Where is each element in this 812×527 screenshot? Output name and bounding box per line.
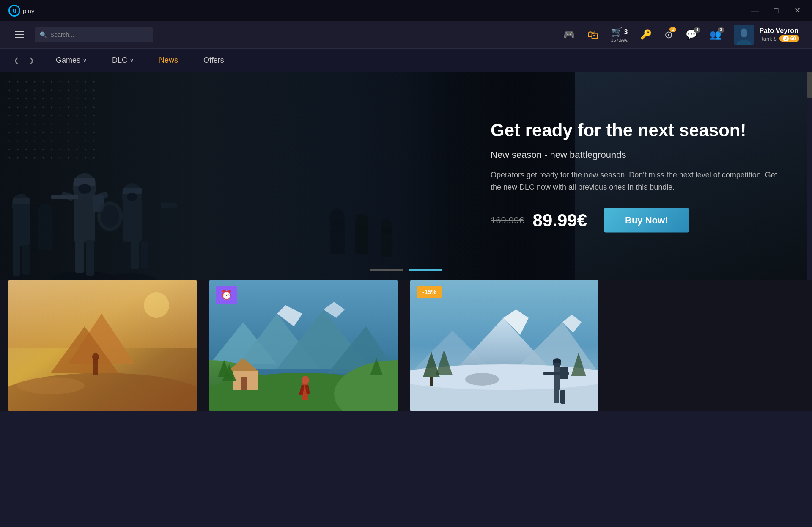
- banner-dots: [370, 269, 442, 271]
- user-rank-row: Rank 8 U 60: [759, 35, 799, 42]
- app-name: play: [23, 7, 35, 14]
- svg-rect-43: [0, 72, 575, 280]
- svg-rect-89: [430, 377, 433, 386]
- friends-button[interactable]: 👥 8: [710, 29, 721, 40]
- avatar: [734, 25, 754, 45]
- news-label: News: [159, 56, 178, 65]
- dlc-nav-link[interactable]: DLC ∨: [99, 52, 146, 69]
- hero-buy-button[interactable]: Buy Now!: [604, 208, 689, 232]
- banner-dot-2[interactable]: [409, 269, 442, 271]
- secondary-nav: ❮ ❯ Games ∨ DLC ∨ News Offers: [0, 49, 812, 72]
- titlebar: play — □ ✕: [0, 0, 812, 21]
- svg-rect-83: [553, 359, 561, 363]
- games-chevron-icon: ∨: [83, 58, 87, 63]
- chat-badge: 4: [694, 27, 700, 33]
- svg-rect-81: [554, 364, 560, 390]
- hamburger-button[interactable]: [13, 29, 26, 40]
- news-nav-link[interactable]: News: [146, 52, 191, 69]
- svg-point-50: [92, 353, 99, 361]
- bag-icon: 🛍: [587, 28, 598, 41]
- hero-subtitle: New season - new battlegrounds: [491, 149, 778, 160]
- friends-badge: 8: [718, 27, 724, 33]
- cart-icon: 🛒: [611, 27, 623, 38]
- svg-point-92: [465, 373, 499, 386]
- card-1-background: [8, 280, 197, 411]
- games-label: Games: [56, 56, 80, 65]
- search-box: 🔍: [35, 27, 153, 42]
- offers-label: Offers: [203, 56, 224, 65]
- minimize-button[interactable]: —: [749, 4, 761, 17]
- offers-nav-link[interactable]: Offers: [191, 52, 237, 69]
- challenges-button[interactable]: ⊙ 1: [664, 29, 673, 41]
- coming-soon-badge: ⏰: [216, 286, 237, 304]
- username: Pato Veyron: [759, 27, 799, 35]
- game-card-1[interactable]: [8, 280, 197, 411]
- controller-icon: 🎮: [563, 29, 575, 40]
- svg-point-51: [144, 292, 169, 318]
- svg-point-52: [17, 377, 85, 394]
- forward-arrow-button[interactable]: ❯: [24, 53, 39, 68]
- close-button[interactable]: ✕: [791, 4, 804, 17]
- discount-badge: -15%: [417, 286, 442, 298]
- svg-rect-86: [554, 389, 559, 403]
- hero-new-price: 89.99€: [533, 210, 587, 230]
- maximize-button[interactable]: □: [770, 4, 782, 17]
- ucoin-value: 60: [790, 36, 796, 41]
- hero-pricing: 169.99€ 89.99€ Buy Now!: [491, 208, 778, 232]
- search-input[interactable]: [50, 31, 148, 38]
- ucoin-icon: U: [783, 36, 789, 41]
- svg-rect-65: [241, 377, 247, 390]
- scroll-track: [807, 72, 812, 280]
- card-3-background: [410, 280, 598, 411]
- search-icon: 🔍: [40, 31, 47, 38]
- back-arrow-button[interactable]: ❮: [8, 53, 24, 68]
- cards-section: ⏰: [0, 280, 812, 411]
- bag-button[interactable]: 🛍: [587, 28, 598, 41]
- ucoins-display: U 60: [779, 35, 799, 42]
- nav-links: Games ∨ DLC ∨ News Offers: [43, 52, 237, 69]
- scroll-thumb[interactable]: [807, 72, 812, 98]
- key-icon: 🔑: [640, 29, 652, 40]
- titlebar-left: play: [8, 5, 35, 17]
- hero-content: Get ready for the next season! New seaso…: [491, 120, 778, 233]
- cart-count: 3: [624, 28, 628, 36]
- nav-icons: 🎮 🛍 🛒 3 157.99€ 🔑 ⊙ 1 💬 4: [563, 25, 799, 45]
- hero-title: Get ready for the next season!: [491, 120, 778, 141]
- banner-dot-1[interactable]: [370, 269, 403, 271]
- svg-rect-87: [560, 390, 565, 404]
- rank-label: Rank 8: [759, 36, 776, 42]
- user-info: Pato Veyron Rank 8 U 60: [759, 27, 799, 42]
- uplay-logo: play: [8, 5, 35, 17]
- chat-button[interactable]: 💬 4: [686, 29, 697, 40]
- dlc-label: DLC: [112, 56, 127, 65]
- card-2-background: [209, 280, 398, 411]
- svg-rect-2: [741, 29, 747, 37]
- controller-button[interactable]: 🎮: [563, 29, 575, 40]
- game-card-2[interactable]: ⏰: [209, 280, 398, 411]
- keys-button[interactable]: 🔑: [640, 29, 652, 40]
- svg-point-67: [302, 376, 309, 384]
- discount-label: -15%: [422, 289, 436, 295]
- cart-button[interactable]: 🛒 3 157.99€: [611, 27, 628, 43]
- titlebar-controls: — □ ✕: [749, 4, 804, 17]
- games-nav-link[interactable]: Games ∨: [43, 52, 99, 69]
- hero-old-price: 169.99€: [491, 215, 524, 226]
- svg-rect-85: [560, 367, 568, 379]
- dlc-chevron-icon: ∨: [130, 58, 134, 63]
- navbar: 🔍 🎮 🛍 🛒 3 157.99€ 🔑 ⊙ 1: [0, 21, 812, 49]
- user-profile[interactable]: Pato Veyron Rank 8 U 60: [734, 25, 799, 45]
- hero-banner: Get ready for the next season! New seaso…: [0, 72, 812, 280]
- challenge-badge: 1: [669, 27, 676, 32]
- hero-description: Operators get ready for the new season. …: [491, 169, 778, 193]
- logo-icon: [8, 5, 20, 17]
- game-card-3[interactable]: -15%: [410, 280, 598, 411]
- cart-price: 157.99€: [611, 38, 628, 43]
- avatar-image: [734, 25, 754, 45]
